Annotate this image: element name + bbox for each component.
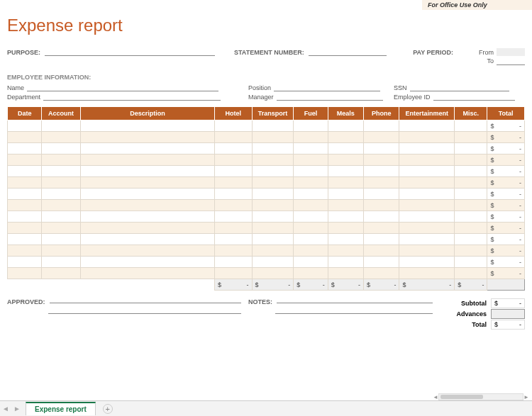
- notes-input-line-2[interactable]: [275, 305, 433, 314]
- cell[interactable]: [328, 257, 363, 268]
- cell[interactable]: [214, 132, 252, 143]
- cell[interactable]: [80, 143, 214, 154]
- cell[interactable]: [328, 211, 363, 223]
- cell[interactable]: [328, 245, 363, 257]
- statement-number-input-line[interactable]: [309, 48, 387, 56]
- cell[interactable]: [328, 166, 363, 177]
- cell[interactable]: [80, 132, 214, 143]
- cell[interactable]: [294, 189, 328, 200]
- cell[interactable]: [399, 143, 455, 154]
- cell[interactable]: [455, 211, 487, 223]
- cell[interactable]: [252, 166, 294, 177]
- cell[interactable]: [42, 200, 81, 211]
- cell[interactable]: [364, 223, 399, 234]
- cell[interactable]: [252, 143, 294, 154]
- cell[interactable]: [455, 189, 487, 200]
- cell[interactable]: [8, 132, 42, 143]
- tab-nav-prev-icon[interactable]: ►: [11, 405, 23, 412]
- cell[interactable]: [8, 257, 42, 268]
- cell[interactable]: [80, 189, 214, 200]
- cell[interactable]: [328, 223, 363, 234]
- cell[interactable]: [8, 211, 42, 223]
- cell[interactable]: [328, 132, 363, 143]
- horizontal-scrollbar[interactable]: ◄ ►: [438, 393, 523, 400]
- cell[interactable]: [80, 245, 214, 257]
- pay-period-to-input[interactable]: [497, 57, 525, 65]
- cell[interactable]: [214, 268, 252, 279]
- cell[interactable]: [8, 154, 42, 166]
- scroll-left-icon[interactable]: ◄: [432, 394, 439, 400]
- cell[interactable]: [455, 166, 487, 177]
- cell[interactable]: [8, 166, 42, 177]
- cell[interactable]: [8, 200, 42, 211]
- cell[interactable]: [294, 154, 328, 166]
- cell[interactable]: [42, 143, 81, 154]
- cell[interactable]: [364, 189, 399, 200]
- cell[interactable]: [455, 245, 487, 257]
- cell[interactable]: [364, 143, 399, 154]
- cell[interactable]: [252, 200, 294, 211]
- cell[interactable]: [399, 200, 455, 211]
- scrollbar-thumb[interactable]: [440, 395, 483, 399]
- cell[interactable]: [8, 143, 42, 154]
- tab-nav-first-icon[interactable]: ◄: [0, 405, 11, 412]
- cell[interactable]: [364, 234, 399, 245]
- cell[interactable]: [214, 143, 252, 154]
- cell[interactable]: [455, 143, 487, 154]
- cell[interactable]: [252, 120, 294, 132]
- cell[interactable]: [455, 268, 487, 279]
- cell[interactable]: [294, 143, 328, 154]
- cell[interactable]: [214, 257, 252, 268]
- scroll-right-icon[interactable]: ►: [523, 394, 530, 400]
- cell[interactable]: [80, 268, 214, 279]
- cell[interactable]: [364, 268, 399, 279]
- cell[interactable]: [214, 177, 252, 189]
- cell[interactable]: [455, 120, 487, 132]
- cell[interactable]: [80, 223, 214, 234]
- cell[interactable]: [455, 234, 487, 245]
- cell[interactable]: [455, 257, 487, 268]
- cell[interactable]: [214, 223, 252, 234]
- cell[interactable]: [214, 189, 252, 200]
- cell[interactable]: [42, 223, 81, 234]
- cell[interactable]: [80, 154, 214, 166]
- cell[interactable]: [399, 223, 455, 234]
- cell[interactable]: [328, 143, 363, 154]
- cell[interactable]: [80, 166, 214, 177]
- cell[interactable]: [294, 166, 328, 177]
- cell[interactable]: [294, 223, 328, 234]
- cell[interactable]: [42, 177, 81, 189]
- cell[interactable]: [214, 120, 252, 132]
- cell[interactable]: [399, 268, 455, 279]
- cell[interactable]: [294, 245, 328, 257]
- cell[interactable]: [42, 211, 81, 223]
- name-input-line[interactable]: [27, 84, 218, 91]
- cell[interactable]: [8, 120, 42, 132]
- cell[interactable]: [252, 177, 294, 189]
- cell[interactable]: [80, 200, 214, 211]
- cell[interactable]: [214, 166, 252, 177]
- cell[interactable]: [42, 189, 81, 200]
- cell[interactable]: [294, 120, 328, 132]
- cell[interactable]: [328, 200, 363, 211]
- cell[interactable]: [8, 189, 42, 200]
- cell[interactable]: [8, 234, 42, 245]
- cell[interactable]: [294, 234, 328, 245]
- sheet-tab-expense-report[interactable]: Expense report: [26, 402, 96, 415]
- cell[interactable]: [399, 154, 455, 166]
- cell[interactable]: [328, 234, 363, 245]
- cell[interactable]: [364, 211, 399, 223]
- cell[interactable]: [42, 154, 81, 166]
- cell[interactable]: [328, 154, 363, 166]
- cell[interactable]: [364, 154, 399, 166]
- cell[interactable]: [364, 245, 399, 257]
- cell[interactable]: [80, 257, 214, 268]
- cell[interactable]: [294, 268, 328, 279]
- advances-input[interactable]: [491, 309, 525, 319]
- cell[interactable]: [42, 245, 81, 257]
- cell[interactable]: [252, 132, 294, 143]
- cell[interactable]: [328, 268, 363, 279]
- manager-input-line[interactable]: [277, 93, 383, 101]
- cell[interactable]: [8, 245, 42, 257]
- pay-period-from-input[interactable]: [497, 48, 525, 56]
